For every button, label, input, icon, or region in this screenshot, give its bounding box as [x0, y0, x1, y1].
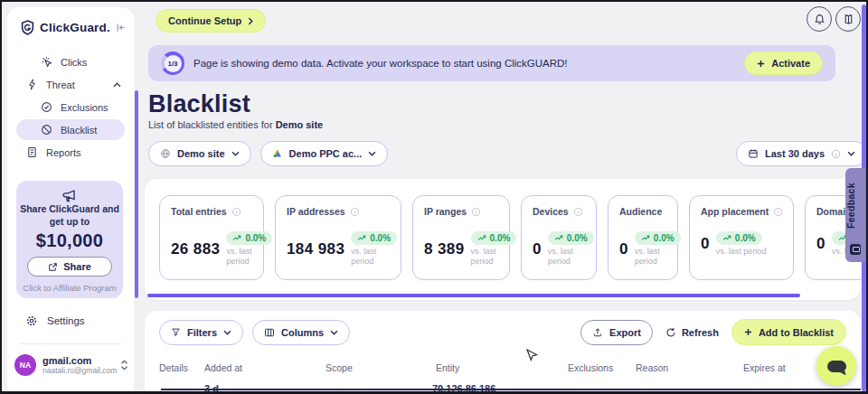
share-caption: Click to Affiliate Program	[23, 283, 116, 293]
stat-vs-label: vs. last period	[226, 247, 252, 267]
table-column-header[interactable]: Scope	[326, 362, 353, 373]
columns-dropdown[interactable]: Columns	[252, 320, 350, 345]
table-column-header[interactable]: Expires at	[743, 362, 786, 373]
chevron-updown-icon	[120, 360, 128, 371]
share-button[interactable]: Share	[27, 257, 112, 277]
stat-vs-label: vs. last period	[635, 247, 666, 267]
sidebar-item-clicks[interactable]: Clicks	[7, 51, 134, 73]
stat-value: 0	[619, 240, 628, 258]
sidebar-item-exclusions[interactable]: Exclusions	[7, 96, 134, 118]
export-icon	[592, 327, 603, 338]
stat-value: 184 983	[287, 240, 344, 258]
stats-horizontal-scrollbar[interactable]	[147, 294, 800, 297]
stat-value: 8 389	[424, 240, 465, 258]
sidebar-item-settings[interactable]: Settings	[25, 314, 85, 327]
sidebar-item-threat[interactable]: Threat	[7, 73, 134, 96]
stat-card: Devices00.0%vs. last period	[521, 195, 597, 280]
page-subtitle-text: List of blacklisted entities for	[148, 119, 276, 130]
megaphone-icon	[61, 189, 78, 203]
info-icon	[350, 207, 360, 217]
scope-filters: Demo site Demo PPC ac...	[148, 141, 388, 166]
export-button[interactable]: Export	[580, 320, 653, 345]
row-divider	[161, 389, 861, 390]
add-to-blacklist-button[interactable]: Add to Blacklist	[731, 319, 846, 345]
export-label: Export	[609, 327, 641, 338]
sidebar: ClickGuard. Clicks Threat Exclusions	[7, 7, 134, 394]
table-column-header[interactable]: Exclusions	[568, 362, 613, 373]
delta-badge: 0.0%	[548, 231, 594, 245]
account-email: naatali.ro@gmail.com	[42, 366, 120, 375]
date-range-value: Last 30 days	[765, 148, 825, 159]
delta-badge: 0.0%	[635, 231, 681, 245]
sidebar-nav: Clicks Threat Exclusions Blacklist	[7, 51, 134, 164]
sidebar-divider	[20, 343, 121, 344]
page-subtitle: List of blacklisted entities for Demo si…	[148, 119, 323, 130]
gear-icon	[25, 314, 38, 327]
stat-value: 26 883	[171, 240, 220, 258]
share-button-label: Share	[63, 261, 91, 272]
table-column-header[interactable]: Reason	[636, 362, 668, 373]
chevron-down-icon	[368, 151, 376, 156]
sidebar-item-reports[interactable]: Reports	[7, 141, 134, 164]
chevron-down-icon	[847, 151, 855, 156]
delta-value: 0.0%	[654, 233, 675, 243]
continue-setup-button[interactable]: Continue Setup	[156, 9, 266, 33]
stat-value: 0	[533, 240, 542, 258]
columns-label: Columns	[281, 327, 324, 338]
table-column-header[interactable]: Details	[159, 362, 188, 373]
brand: ClickGuard.	[20, 20, 125, 35]
check-circle-icon	[41, 101, 52, 113]
add-to-blacklist-label: Add to Blacklist	[759, 327, 834, 338]
sidebar-item-label: Exclusions	[61, 102, 121, 113]
refresh-button[interactable]: Refresh	[665, 327, 719, 338]
stat-vs-label: vs. last period	[548, 247, 585, 267]
stat-card: Total entries26 8830.0%vs. last period	[159, 195, 264, 280]
table-column-header[interactable]: Added at	[204, 362, 242, 373]
setup-progress-ring: 1/3	[161, 52, 184, 75]
feedback-tab[interactable]: Feedback	[845, 168, 865, 262]
trend-up-icon	[641, 235, 650, 241]
table-column-header[interactable]: Entity	[436, 362, 459, 373]
sidebar-collapse-icon[interactable]	[115, 22, 127, 33]
date-range-dropdown[interactable]: Last 30 days	[736, 141, 867, 166]
document-icon	[26, 146, 38, 158]
stat-label: Devices	[533, 206, 569, 217]
notifications-button[interactable]	[807, 6, 832, 32]
refresh-icon	[665, 327, 676, 338]
trend-up-icon	[357, 235, 366, 241]
sidebar-item-label: Reports	[46, 147, 121, 158]
stat-card: App placement00.0%vs. last period	[689, 195, 794, 280]
delta-badge: 0.0%	[471, 231, 517, 245]
chat-widget-button[interactable]	[816, 346, 856, 386]
docs-button[interactable]	[835, 6, 861, 32]
brand-name: ClickGuard.	[40, 21, 110, 34]
affiliate-share-card[interactable]: Share ClickGuard and get up to $10,000 S…	[16, 181, 123, 298]
speech-bubble-icon	[827, 361, 846, 372]
clickguard-logo-icon	[20, 20, 35, 35]
site-filter-dropdown[interactable]: Demo site	[148, 141, 251, 166]
sidebar-item-blacklist[interactable]: Blacklist	[16, 119, 125, 140]
sidebar-scrollbar[interactable]	[135, 90, 138, 298]
activate-button[interactable]: Activate	[744, 52, 823, 75]
delta-value: 0.0%	[735, 233, 756, 243]
stat-label: IP addresses	[287, 206, 345, 217]
demo-data-banner: 1/3 Page is showing demo data. Activate …	[148, 45, 835, 81]
bell-icon	[814, 14, 826, 25]
chevron-down-icon	[330, 330, 338, 335]
lightning-icon	[26, 79, 38, 90]
filters-dropdown[interactable]: Filters	[159, 320, 243, 345]
account-switcher[interactable]: NA gmail.com naatali.ro@gmail.com	[14, 354, 128, 376]
stats-row: Total entries26 8830.0%vs. last periodIP…	[159, 195, 861, 280]
plus-icon	[744, 328, 752, 336]
window-edge-left	[0, 0, 2, 394]
stat-label: App placement	[701, 206, 769, 217]
delta-value: 0.0%	[370, 233, 391, 243]
activate-label: Activate	[771, 58, 810, 69]
share-amount: $10,000	[36, 230, 103, 251]
ppc-account-dropdown[interactable]: Demo PPC ac...	[260, 141, 389, 166]
feedback-tab-label: Feedback	[845, 174, 865, 239]
banner-message: Page is showing demo data. Activate your…	[193, 58, 744, 69]
account-texts: gmail.com naatali.ro@gmail.com	[42, 355, 120, 375]
stat-value: 0	[701, 235, 710, 253]
chevron-right-icon	[248, 17, 253, 25]
